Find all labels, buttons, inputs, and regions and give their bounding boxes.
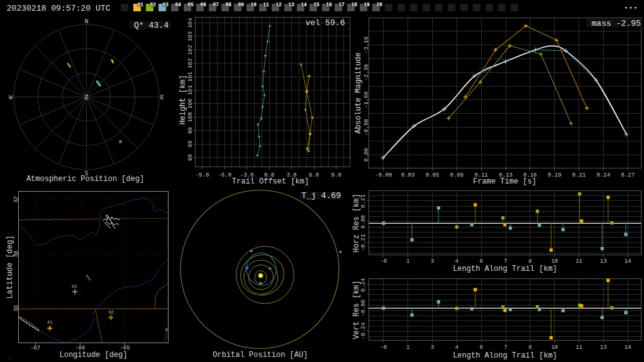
svg-text:101: 101 [187, 85, 194, 95]
svg-text:6: 6 [479, 258, 482, 265]
svg-text:0.08: 0.08 [450, 172, 464, 178]
svg-text:10: 10 [551, 258, 558, 265]
svg-text:11: 11 [575, 344, 582, 351]
svg-text:08: 08 [225, 2, 231, 8]
svg-text:Orbital Position [AU]: Orbital Position [AU] [213, 351, 308, 359]
svg-text:-87: -87 [30, 345, 40, 351]
svg-text:9.0: 9.0 [331, 172, 341, 178]
svg-text:r_w: r_w [5, 356, 12, 361]
svg-text:0.24: 0.24 [597, 172, 611, 178]
svg-text:98: 98 [187, 141, 194, 148]
svg-text:1: 1 [406, 258, 409, 265]
svg-text:0.27: 0.27 [621, 172, 635, 178]
svg-text:1: 1 [406, 344, 409, 351]
svg-text:3: 3 [431, 258, 434, 265]
svg-text:Horz Res [km]: Horz Res [km] [352, 194, 361, 253]
svg-text:Vert Res [km]: Vert Res [km] [352, 280, 361, 339]
svg-text:0.00: 0.00 [364, 148, 370, 162]
svg-text:7: 7 [504, 258, 507, 265]
svg-text:12: 12 [275, 2, 282, 8]
svg-text:103: 103 [187, 31, 194, 41]
svg-text:06: 06 [200, 2, 206, 8]
svg-text:13: 13 [288, 2, 294, 8]
svg-text:19: 19 [364, 2, 370, 8]
svg-text:09: 09 [238, 2, 244, 8]
svg-text:Length Along Trail [km]: Length Along Trail [km] [453, 351, 557, 360]
svg-text:01: 01 [137, 2, 143, 8]
svg-text:-0.21: -0.21 [360, 234, 367, 251]
svg-text:04: 04 [175, 2, 181, 8]
svg-text:Longitude [deg]: Longitude [deg] [59, 351, 127, 359]
svg-text:-0.00: -0.00 [375, 172, 392, 178]
svg-text:99: 99 [187, 127, 194, 134]
svg-text:17: 17 [338, 2, 345, 8]
svg-text:0.00: 0.00 [360, 215, 367, 229]
svg-text:Latitude [deg]: Latitude [deg] [6, 236, 14, 299]
svg-text:N: N [84, 18, 88, 25]
svg-text:14: 14 [625, 344, 631, 351]
svg-text:8: 8 [528, 344, 531, 351]
svg-text:4: 4 [455, 344, 458, 351]
svg-text:-1.60: -1.60 [364, 91, 370, 108]
svg-text:Q* 43.4: Q* 43.4 [134, 21, 169, 30]
svg-text:-0: -0 [380, 344, 387, 351]
svg-text:4: 4 [455, 258, 458, 265]
svg-text:102: 102 [187, 45, 194, 55]
svg-text:-3.19: -3.19 [364, 36, 370, 53]
svg-text:0.21: 0.21 [360, 194, 367, 208]
svg-text:mass -2.95: mass -2.95 [591, 19, 641, 28]
svg-text:01: 01 [47, 320, 52, 325]
svg-text:100: 100 [187, 99, 194, 109]
svg-text:13: 13 [600, 258, 607, 265]
svg-text:20230218 09:57:20 UTC: 20230218 09:57:20 UTC [7, 4, 111, 13]
svg-text:0.19: 0.19 [548, 172, 562, 178]
svg-text:104: 104 [187, 18, 194, 28]
svg-text:-0.80: -0.80 [364, 119, 370, 136]
svg-text:E: E [160, 94, 164, 101]
svg-text:8: 8 [528, 258, 531, 265]
svg-text:7: 7 [504, 344, 507, 351]
svg-text:W: W [9, 94, 13, 101]
svg-text:6.0: 6.0 [309, 172, 319, 178]
svg-text:13: 13 [600, 344, 607, 351]
svg-text:Absolute Magnitude: Absolute Magnitude [354, 52, 363, 134]
svg-text:-0.00: -0.00 [360, 299, 367, 316]
svg-text:-0.24: -0.24 [360, 322, 367, 339]
svg-text:15: 15 [313, 2, 319, 8]
svg-text:02: 02 [108, 310, 113, 315]
svg-text:-2.39: -2.39 [364, 64, 370, 81]
svg-text:vel 59.6: vel 59.6 [306, 18, 345, 28]
svg-text:98: 98 [187, 154, 194, 161]
svg-text:0.21: 0.21 [572, 172, 586, 178]
svg-text:0.03: 0.03 [401, 172, 415, 178]
svg-text:20: 20 [376, 2, 382, 8]
svg-text:03: 03 [162, 2, 169, 8]
svg-text:10: 10 [250, 2, 257, 8]
svg-text:Atmospheric Position [deg]: Atmospheric Position [deg] [26, 175, 144, 184]
svg-text:100: 100 [187, 112, 194, 122]
svg-text:10: 10 [551, 344, 558, 351]
svg-text:T_j 4.69: T_j 4.69 [301, 191, 341, 200]
svg-text:-9.0: -9.0 [196, 172, 209, 178]
svg-text:14: 14 [625, 258, 631, 265]
svg-text:0.05: 0.05 [426, 172, 440, 178]
svg-text:-6.0: -6.0 [218, 172, 231, 178]
svg-text:18: 18 [351, 2, 357, 8]
svg-text:02: 02 [150, 2, 156, 8]
svg-text:102: 102 [187, 58, 194, 69]
svg-text:11: 11 [263, 2, 269, 8]
svg-text:14: 14 [301, 2, 307, 8]
svg-text:Z: Z [84, 94, 88, 101]
svg-text:0: 0 [165, 327, 167, 332]
svg-text:03: 03 [72, 284, 77, 289]
svg-text:0.24: 0.24 [360, 278, 367, 292]
svg-text:11: 11 [575, 258, 582, 265]
svg-text:Frame Time [s]: Frame Time [s] [473, 177, 536, 186]
svg-text:6: 6 [479, 344, 482, 351]
svg-text:16: 16 [326, 2, 332, 8]
svg-text:Height [km]: Height [km] [179, 75, 187, 124]
svg-text:Trail Offset [km]: Trail Offset [km] [232, 177, 309, 186]
svg-text:-0: -0 [380, 258, 387, 265]
svg-text:Length Along Trail [km]: Length Along Trail [km] [453, 265, 557, 273]
svg-text:07: 07 [213, 2, 219, 8]
